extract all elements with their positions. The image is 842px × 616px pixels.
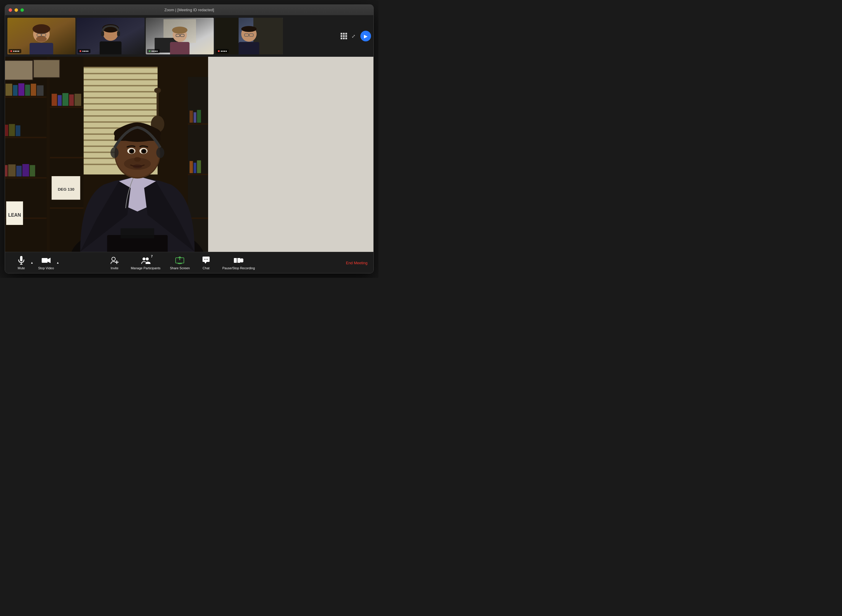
svg-point-150 [207,259,208,260]
mic-muted-indicator [10,50,12,52]
participant-4-name: ●●●● [220,50,227,53]
mute-button[interactable]: Mute [11,254,32,271]
participant-thumb-2[interactable]: ●●●● [76,18,145,54]
fullscreen-button[interactable]: ⤢ [350,32,357,40]
svg-rect-64 [30,165,35,176]
svg-rect-45 [6,84,12,96]
svg-rect-60 [5,165,8,176]
participant-2-name: ●●●● [82,50,89,53]
svg-rect-61 [8,164,16,176]
strip-controls: ⤢ ▶ [339,31,371,41]
svg-rect-73 [84,73,158,75]
traffic-lights [9,8,24,12]
grid-view-button[interactable] [340,32,348,40]
participant-3-badge: ●●●● [147,49,160,53]
svg-rect-56 [16,125,21,136]
fullscreen-icon: ⤢ [352,34,355,39]
next-arrow-icon: ▶ [364,34,367,39]
svg-rect-138 [42,258,48,263]
grid-view-icon [340,33,347,39]
recording-button[interactable]: Pause/Stop Recording [219,254,258,271]
svg-rect-96 [52,94,57,106]
participants-icon: 7 [141,256,151,265]
end-meeting-label: End Meeting [346,261,367,265]
mic-muted-indicator-4 [218,50,220,52]
stop-video-label: Stop Video [38,266,54,270]
svg-rect-63 [22,164,29,176]
participant-thumb-3[interactable]: ●●●● [146,18,214,54]
svg-rect-90 [157,91,159,124]
svg-point-139 [112,257,115,261]
svg-point-8 [36,36,47,42]
mic-muted-indicator-2 [79,50,81,52]
svg-rect-78 [84,103,158,105]
end-meeting-button[interactable]: End Meeting [346,261,367,265]
svg-text:DEG 130: DEG 130 [58,187,75,192]
svg-rect-50 [37,85,44,96]
svg-rect-76 [84,91,158,92]
mute-caret-button[interactable]: ▲ [29,261,35,264]
svg-rect-111 [194,163,196,173]
svg-rect-75 [84,85,158,87]
svg-rect-32 [239,42,259,54]
svg-rect-12 [101,31,104,36]
participant-1-badge: ●●●● [9,49,21,53]
participant-2-badge: ●●●● [78,49,91,53]
share-screen-button[interactable]: Share Screen [166,254,194,271]
svg-rect-134 [120,228,154,238]
svg-rect-13 [117,31,120,36]
svg-rect-62 [16,166,22,176]
svg-point-28 [241,26,257,32]
svg-rect-116 [34,60,59,77]
svg-rect-4 [29,43,53,54]
svg-point-19 [172,26,188,34]
svg-rect-48 [25,85,30,96]
video-caret-button[interactable]: ▲ [55,261,61,264]
participant-1-name: ●●●● [13,50,19,53]
mute-group: Mute ▲ [11,254,35,271]
toolbar-right: End Meeting [346,260,367,265]
participant-thumb-1[interactable]: ●●●● [7,18,75,54]
maximize-button[interactable] [21,8,24,12]
participant-strip: ●●●● [5,15,373,57]
video-icon [41,256,51,265]
svg-rect-81 [84,121,158,123]
svg-rect-55 [9,124,15,136]
svg-point-127 [142,150,145,153]
svg-point-143 [146,257,149,260]
mic-icon [16,256,26,265]
svg-point-130 [124,158,151,170]
svg-point-132 [156,147,164,158]
svg-rect-49 [31,84,36,96]
close-button[interactable] [9,8,12,12]
svg-point-91 [154,88,161,93]
participants-badge: 7 [151,255,153,258]
svg-rect-109 [197,110,201,123]
participant-thumb-4[interactable]: ●●●● [215,18,283,54]
svg-rect-151 [234,258,237,263]
invite-button[interactable]: Invite [104,254,125,271]
stop-video-button[interactable]: Stop Video [35,254,58,271]
svg-rect-99 [69,94,74,106]
chat-button[interactable]: Chat [196,254,216,271]
toolbar: Mute ▲ Stop Video [5,252,373,273]
share-screen-icon [175,256,185,265]
svg-rect-46 [13,85,18,96]
chat-label: Chat [202,266,209,270]
main-video-area: LEAN [5,57,373,252]
svg-rect-35 [208,57,373,252]
svg-point-3 [32,24,50,34]
svg-rect-14 [100,41,122,54]
manage-participants-button[interactable]: 7 Manage Participants [127,254,164,271]
title-bar: Zoom | [Meeting ID redacted] [5,5,373,15]
svg-rect-72 [84,67,158,68]
toolbar-center: Invite 7 Manage Participants [104,254,258,271]
next-participants-button[interactable]: ▶ [360,31,371,41]
mute-label: Mute [18,266,25,270]
pause-stop-recording-label: Pause/Stop Recording [222,266,255,270]
minimize-button[interactable] [15,8,18,12]
svg-rect-92 [50,57,84,252]
svg-rect-97 [58,95,62,106]
invite-label: Invite [111,266,118,270]
svg-rect-114 [5,61,32,80]
